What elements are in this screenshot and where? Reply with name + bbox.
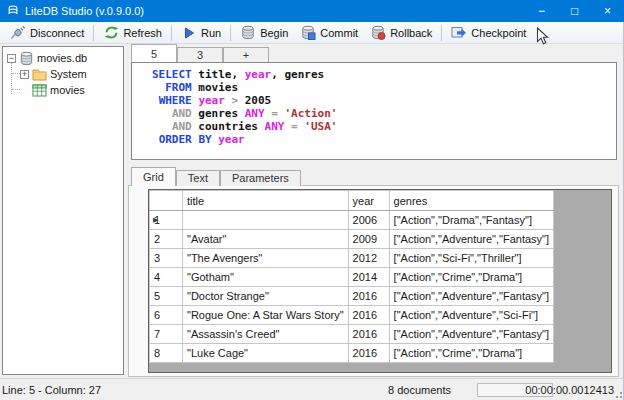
cell-genres[interactable]: ["Action","Adventure","Fantasy"] [389, 230, 554, 249]
rollback-icon [370, 25, 386, 40]
folder-icon [32, 67, 47, 82]
cell-title[interactable]: "The Avengers" [183, 249, 349, 268]
cell-title[interactable]: "Rogue One: A Star Wars Story" [183, 306, 349, 325]
cell-title[interactable]: "Gotham" [183, 268, 349, 287]
begin-button[interactable]: Begin [234, 23, 294, 43]
query-tab-3[interactable]: 3 [177, 47, 223, 62]
tree-item-system[interactable]: + System [3, 66, 123, 82]
cell-title[interactable]: "Assassin's Creed" [183, 325, 349, 344]
run-button[interactable]: Run [175, 23, 227, 43]
tree-item-movies[interactable]: movies [3, 82, 123, 98]
result-tab-text[interactable]: Text [176, 170, 220, 186]
cell-title[interactable]: "Doctor Strange" [183, 287, 349, 306]
begin-icon [240, 25, 256, 40]
refresh-button-label: Refresh [123, 27, 162, 39]
grid-tab-page: titleyeargenres▶1"300"2006["Action","Dra… [128, 185, 619, 377]
results-table: titleyeargenres▶1"300"2006["Action","Dra… [149, 190, 554, 363]
expand-expander-icon[interactable]: + [20, 70, 29, 79]
cell-year[interactable]: 2014 [348, 268, 389, 287]
query-tab-+[interactable]: + [223, 47, 269, 62]
toolbar-separator [93, 25, 94, 41]
query-tab-5[interactable]: 5 [131, 44, 177, 62]
cell-year[interactable]: 2006 [348, 211, 389, 230]
column-header-title[interactable]: title [183, 191, 349, 211]
cell-year[interactable]: 2016 [348, 344, 389, 363]
table-row: 7"Assassin's Creed"2016["Action","Advent… [150, 325, 554, 344]
checkpoint-button[interactable]: Checkpoint [445, 23, 532, 43]
query-tab-strip: 53+ [131, 44, 269, 62]
row-selector[interactable]: 2 [150, 230, 183, 249]
cell-genres[interactable]: ["Action","Drama","Fantasy"] [389, 211, 554, 230]
checkpoint-icon [451, 25, 467, 40]
table-row: 6"Rogue One: A Star Wars Story"2016["Act… [150, 306, 554, 325]
window-title: LiteDB Studio (v.0.9.0.0) [25, 5, 144, 17]
toolbar-separator [230, 25, 231, 41]
cell-title[interactable]: "Luke Cage" [183, 344, 349, 363]
sql-editor[interactable]: SELECT title, year, genres FROM movies W… [131, 62, 617, 160]
grid-header-row: titleyeargenres [150, 191, 554, 211]
code-line-2: FROM movies [152, 81, 616, 94]
commit-button[interactable]: Commit [294, 23, 364, 43]
status-bar: Line: 5 - Column: 27 8 documents 00:00:0… [0, 378, 624, 400]
current-row-arrow-icon: ▶ [153, 216, 158, 224]
row-selector[interactable]: 5 [150, 287, 183, 306]
maximize-button[interactable]: □ [558, 0, 591, 22]
code-line-6: ORDER BY year [152, 133, 616, 146]
window-controls: − □ × [525, 0, 624, 22]
refresh-icon [103, 25, 119, 40]
cell-title[interactable]: "Avatar" [183, 230, 349, 249]
code-line-5: AND countries ANY = 'USA' [152, 120, 616, 133]
refresh-button[interactable]: Refresh [97, 23, 168, 43]
cell-title[interactable]: "300" [183, 211, 349, 230]
commit-icon [300, 25, 316, 40]
row-selector[interactable]: 6 [150, 306, 183, 325]
column-header-year[interactable]: year [348, 191, 389, 211]
database-explorer: − movies.db + System movies [2, 46, 124, 375]
grid-corner-cell[interactable] [150, 191, 183, 211]
cell-year[interactable]: 2009 [348, 230, 389, 249]
table-row: 3"The Avengers"2012["Action","Sci-Fi","T… [150, 249, 554, 268]
database-icon [19, 51, 34, 66]
cell-year[interactable]: 2016 [348, 306, 389, 325]
rollback-button[interactable]: Rollback [364, 23, 438, 43]
checkpoint-button-label: Checkpoint [471, 27, 526, 39]
close-button[interactable]: × [591, 0, 624, 22]
disconnect-button[interactable]: Disconnect [4, 23, 90, 43]
rollback-button-label: Rollback [390, 27, 432, 39]
cell-genres[interactable]: ["Action","Adventure","Fantasy"] [389, 325, 554, 344]
tree-item-movies-db[interactable]: − movies.db [3, 50, 123, 66]
minimize-button[interactable]: − [525, 0, 558, 22]
table-row: 5"Doctor Strange"2016["Action","Adventur… [150, 287, 554, 306]
table-row: 8"Luke Cage"2016["Action","Crime","Drama… [150, 344, 554, 363]
disconnect-button-label: Disconnect [30, 27, 84, 39]
table-row: 4"Gotham"2014["Action","Crime","Drama"] [150, 268, 554, 287]
title-bar: LiteDB Studio (v.0.9.0.0) − □ × [0, 0, 624, 22]
row-selector[interactable]: 8 [150, 344, 183, 363]
begin-button-label: Begin [260, 27, 288, 39]
tree-item-label: System [50, 68, 87, 80]
elapsed-time: 00:00:00.0012413 [525, 384, 614, 396]
collapse-expander-icon[interactable]: − [7, 54, 16, 63]
row-selector[interactable]: 7 [150, 325, 183, 344]
result-tab-parameters[interactable]: Parameters [220, 170, 301, 186]
code-line-1: SELECT title, year, genres [152, 68, 616, 81]
cell-genres[interactable]: ["Action","Adventure","Fantasy"] [389, 287, 554, 306]
table-row: 2"Avatar"2009["Action","Adventure","Fant… [150, 230, 554, 249]
cell-genres[interactable]: ["Action","Adventure","Sci-Fi"] [389, 306, 554, 325]
cell-genres[interactable]: ["Action","Crime","Drama"] [389, 344, 554, 363]
row-selector[interactable]: 3 [150, 249, 183, 268]
column-header-genres[interactable]: genres [389, 191, 554, 211]
tree-item-label: movies.db [37, 52, 87, 64]
cell-genres[interactable]: ["Action","Crime","Drama"] [389, 268, 554, 287]
table-icon [32, 83, 47, 98]
resize-grip-icon[interactable] [613, 389, 623, 399]
cell-year[interactable]: 2016 [348, 287, 389, 306]
cell-year[interactable]: 2012 [348, 249, 389, 268]
app-logo-icon [6, 4, 20, 18]
row-selector[interactable]: 4 [150, 268, 183, 287]
result-tab-grid[interactable]: Grid [131, 167, 176, 186]
main-toolbar: DisconnectRefreshRunBeginCommitRollbackC… [0, 22, 624, 44]
cell-year[interactable]: 2016 [348, 325, 389, 344]
cell-genres[interactable]: ["Action","Sci-Fi","Thriller"] [389, 249, 554, 268]
row-selector[interactable]: ▶1 [150, 211, 183, 230]
